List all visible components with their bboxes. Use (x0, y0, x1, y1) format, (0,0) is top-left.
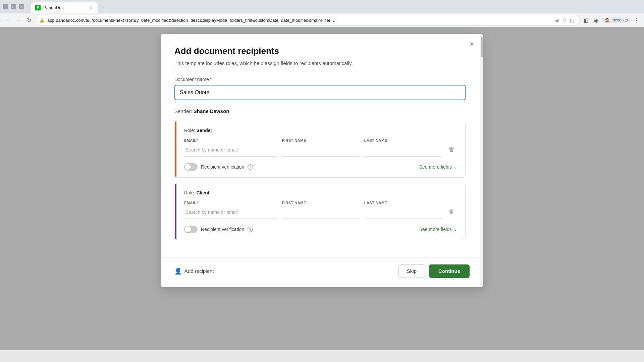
document-name-input[interactable]: Sales Quote (174, 85, 466, 100)
sender-firstname-label: FIRST NAME (282, 138, 360, 142)
sender-email-group: EMAIL* (184, 138, 277, 157)
sender-delete-button[interactable]: 🗑 (446, 144, 457, 155)
modal-overlay: × Add document recipients This template … (0, 27, 644, 350)
client-firstname-group: FIRST NAME (282, 201, 360, 219)
sender-email-label: EMAIL* (184, 138, 277, 142)
client-role-label: Role: Client (184, 190, 457, 195)
forward-button[interactable]: → (13, 15, 23, 25)
role-card-inner-sender: Role: Sender EMAIL* FIRST NAME (175, 121, 465, 177)
sender-info: Sender: Shane Dawson (174, 108, 466, 114)
sender-verification-switch[interactable] (184, 163, 198, 171)
address-bar[interactable]: 🔒 app.pandadoc.com/a/#/documents-next?so… (35, 15, 580, 25)
bookmark-icon[interactable]: ◫ (570, 17, 575, 23)
shield-icon: ⊕ (555, 17, 560, 23)
extensions-button[interactable]: ◧ (581, 15, 590, 25)
tab-favicon: P (35, 5, 41, 10)
sender-lastname-label: LAST NAME (364, 138, 442, 142)
reload-button[interactable]: ↻ (24, 15, 34, 25)
trash-icon: 🗑 (449, 146, 455, 153)
tab-title: PandaDoc (43, 5, 64, 10)
incognito-badge: 🕵 Incognito (602, 17, 631, 23)
sender-verification-toggle: Recipient verification ? (184, 163, 253, 171)
sender-email-input[interactable] (184, 144, 277, 157)
sender-verification-label: Recipient verification (201, 164, 244, 170)
footer-actions: Skip Continue (398, 264, 470, 278)
modal-close-button[interactable]: × (467, 39, 476, 49)
sender-lastname-input[interactable] (364, 144, 442, 157)
browser-chrome: ─ □ ✕ P PandaDoc ✕ + ← → ↻ 🔒 app.pandado… (0, 0, 644, 27)
skip-button[interactable]: Skip (398, 264, 425, 278)
sender-firstname-input[interactable] (282, 144, 360, 157)
scroll-thumb (481, 37, 483, 57)
sender-firstname-group: FIRST NAME (282, 138, 360, 157)
page-background: × Add document recipients This template … (0, 27, 644, 350)
client-verification-label: Recipient verification (201, 227, 244, 232)
client-see-more-button[interactable]: See more fields ⌄ (419, 227, 457, 232)
client-verification-toggle: Recipient verification ? (184, 226, 253, 233)
modal-title: Add document recipients (174, 46, 466, 56)
sender-fields-row: EMAIL* FIRST NAME LAST NAME (184, 138, 457, 157)
close-window-button[interactable]: ✕ (19, 4, 24, 9)
sender-card-footer: Recipient verification ? See more fields… (184, 162, 457, 171)
add-recipient-label: Add recipient (184, 268, 214, 274)
client-verification-switch[interactable] (184, 226, 198, 233)
client-delete-button[interactable]: 🗑 (446, 207, 457, 218)
incognito-label: Incognito (611, 18, 628, 22)
menu-button[interactable]: ⋮ (632, 15, 641, 25)
browser-titlebar: ─ □ ✕ P PandaDoc ✕ + (0, 0, 644, 13)
trash-icon-client: 🗑 (449, 208, 455, 216)
add-recipient-icon: 👤 (174, 267, 182, 275)
modal-subtitle: This template includes roles, which help… (174, 60, 466, 67)
client-firstname-label: FIRST NAME (282, 201, 360, 205)
url-text: app.pandadoc.com/a/#/documents-next?sort… (47, 18, 552, 23)
role-accent-sender (175, 121, 176, 177)
modal-body: × Add document recipients This template … (161, 34, 483, 257)
back-button[interactable]: ← (3, 15, 12, 25)
sender-name: Shane Dawson (194, 108, 229, 114)
sender-help-icon[interactable]: ? (248, 164, 253, 170)
star-icon[interactable]: ☆ (562, 17, 568, 23)
incognito-icon: 🕵 (605, 18, 610, 22)
client-email-label: EMAIL* (184, 201, 277, 205)
client-help-icon[interactable]: ? (248, 227, 253, 232)
active-tab[interactable]: P PandaDoc ✕ (31, 2, 98, 13)
client-lastname-group: LAST NAME (364, 201, 442, 219)
add-recipient-button[interactable]: 👤 Add recipient (174, 267, 214, 275)
role-card-client: Role: Client EMAIL* FIRST NAME (174, 183, 466, 240)
add-recipients-modal: × Add document recipients This template … (161, 34, 483, 287)
document-name-section: Document name* Sales Quote (174, 77, 466, 108)
tab-close-button[interactable]: ✕ (88, 5, 94, 10)
role-card-inner-client: Role: Client EMAIL* FIRST NAME (175, 183, 465, 240)
minimize-button[interactable]: ─ (3, 4, 8, 9)
sender-see-more-button[interactable]: See more fields ⌄ (419, 164, 457, 170)
address-bar-icons: ⊕ ☆ ◫ (555, 17, 575, 23)
required-indicator: * (210, 77, 211, 82)
client-email-input[interactable] (184, 206, 277, 219)
client-fields-row: EMAIL* FIRST NAME LAST NAME (184, 201, 457, 219)
maximize-button[interactable]: □ (11, 4, 16, 9)
chevron-down-icon-client: ⌄ (453, 227, 457, 232)
role-card-sender: Role: Sender EMAIL* FIRST NAME (174, 121, 466, 178)
client-lastname-input[interactable] (364, 206, 442, 219)
role-accent-client (175, 183, 176, 240)
sender-lastname-group: LAST NAME (364, 138, 442, 157)
document-name-label: Document name* (174, 77, 466, 82)
browser-toolbar: ← → ↻ 🔒 app.pandadoc.com/a/#/documents-n… (0, 13, 644, 27)
scroll-indicator[interactable] (480, 34, 483, 287)
new-tab-button[interactable]: + (99, 3, 109, 13)
chevron-down-icon: ⌄ (453, 164, 457, 170)
client-email-group: EMAIL* (184, 201, 277, 219)
sender-role-label: Role: Sender (184, 128, 457, 133)
continue-button[interactable]: Continue (429, 264, 470, 278)
toggle-knob (185, 164, 191, 170)
client-toggle-knob (185, 226, 191, 232)
window-controls: ─ □ ✕ (3, 4, 24, 9)
client-card-footer: Recipient verification ? See more fields… (184, 224, 457, 233)
client-lastname-label: LAST NAME (364, 201, 442, 205)
profile-button[interactable]: ◉ (592, 15, 601, 25)
modal-footer: 👤 Add recipient Skip Continue (161, 257, 483, 287)
tab-bar: P PandaDoc ✕ + (28, 1, 111, 13)
client-firstname-input[interactable] (282, 206, 360, 219)
